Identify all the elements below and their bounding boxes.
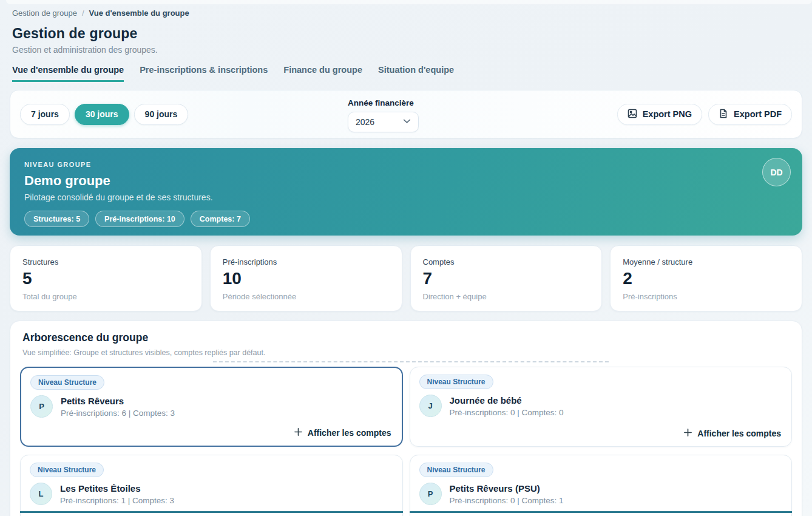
structures-grid: Niveau Structure P Petits Rêveurs Pré-in… <box>20 367 792 516</box>
tree-title: Arborescence du groupe <box>20 331 792 344</box>
stat-sublabel: Pré-inscriptions <box>623 292 790 301</box>
stats-grid: Structures 5 Total du groupe Pré-inscrip… <box>10 245 802 311</box>
stat-sublabel: Période sélectionnée <box>223 292 390 301</box>
cut-edge-accent <box>410 511 793 513</box>
document-icon <box>719 109 728 120</box>
structure-row: L Les Petites Étoiles Pré-inscriptions: … <box>30 483 393 505</box>
export-pdf-button[interactable]: Export PDF <box>708 104 792 125</box>
structure-name: Journée de bébé <box>450 395 564 406</box>
stat-value: 10 <box>223 270 390 288</box>
structure-stats: Pré-inscriptions: 6 | Comptes: 3 <box>61 409 175 418</box>
level-badge: Niveau Structure <box>30 463 104 477</box>
tab-bar: Vue d'ensemble du groupe Pre-inscription… <box>10 65 802 82</box>
structures-count-badge: Structures: 5 <box>24 211 89 227</box>
show-accounts-button[interactable]: Afficher les comptes <box>294 428 391 438</box>
structure-row: P Petits Rêveurs Pré-inscriptions: 6 | C… <box>30 395 393 418</box>
chevron-down-icon <box>403 117 411 127</box>
group-banner: NIVEAU GROUPE Demo groupe Pilotage conso… <box>10 148 802 236</box>
group-description: Pilotage consolidé du groupe et de ses s… <box>24 192 788 202</box>
stat-card-moyenne: Moyenne / structure 2 Pré-inscriptions <box>610 245 802 311</box>
export-png-label: Export PNG <box>643 109 692 119</box>
stat-label: Moyenne / structure <box>623 257 790 266</box>
preinscriptions-count-badge: Pré-inscriptions: 10 <box>95 211 184 227</box>
breadcrumb-current: Vue d'ensemble du groupe <box>89 8 189 18</box>
structure-card-petits-reveurs-psu[interactable]: Niveau Structure P Petits Rêveurs (PSU) … <box>410 455 793 516</box>
fiscal-year-label: Année financière <box>348 98 419 107</box>
structure-name: Petits Rêveurs <box>61 396 175 406</box>
stat-label: Pré-inscriptions <box>223 257 390 266</box>
avatar: L <box>30 483 52 505</box>
structure-row: J Journée de bébé Pré-inscriptions: 0 | … <box>419 395 783 417</box>
stat-label: Comptes <box>423 257 590 266</box>
export-group: Export PNG Export PDF <box>617 104 792 125</box>
avatar: J <box>419 395 442 417</box>
show-accounts-button[interactable]: Afficher les comptes <box>684 429 781 438</box>
structure-name: Les Petites Étoiles <box>60 483 174 494</box>
level-badge: Niveau Structure <box>419 375 493 389</box>
tab-vue-ensemble[interactable]: Vue d'ensemble du groupe <box>12 65 124 82</box>
stat-value: 5 <box>22 270 189 288</box>
filter-bar: 7 jours 30 jours 90 jours Année financiè… <box>10 90 802 138</box>
range-90-days-button[interactable]: 90 jours <box>134 104 189 125</box>
level-badge: Niveau Structure <box>30 375 104 390</box>
group-tree-section: Arborescence du groupe Vue simplifiée: G… <box>10 321 802 516</box>
show-accounts-label: Afficher les comptes <box>697 429 781 438</box>
structure-card-les-petites-etoiles[interactable]: Niveau Structure L Les Petites Étoiles P… <box>20 455 403 516</box>
structure-name: Petits Rêveurs (PSU) <box>450 483 564 494</box>
export-pdf-label: Export PDF <box>734 109 782 119</box>
avatar: P <box>30 395 53 418</box>
group-name: Demo groupe <box>24 173 788 189</box>
breadcrumb-separator: / <box>82 8 84 18</box>
stat-label: Structures <box>22 257 189 266</box>
avatar: DD <box>762 158 791 186</box>
page-title: Gestion de groupe <box>10 25 802 42</box>
structure-card-petits-reveurs[interactable]: Niveau Structure P Petits Rêveurs Pré-in… <box>20 367 403 447</box>
export-png-button[interactable]: Export PNG <box>617 104 702 125</box>
avatar: P <box>419 483 442 505</box>
fiscal-year-group: Année financière 2026 <box>348 98 419 132</box>
stat-value: 2 <box>623 270 790 288</box>
tab-situation-equipe[interactable]: Situation d'equipe <box>378 65 454 82</box>
breadcrumb-parent[interactable]: Gestion de groupe <box>12 8 77 18</box>
stat-card-comptes: Comptes 7 Direction + équipe <box>410 245 603 311</box>
stat-sublabel: Total du groupe <box>22 292 189 301</box>
group-badges: Structures: 5 Pré-inscriptions: 10 Compt… <box>24 211 788 227</box>
tree-connector-line <box>213 361 609 362</box>
show-accounts-label: Afficher les comptes <box>308 428 391 438</box>
structure-stats: Pré-inscriptions: 1 | Comptes: 3 <box>60 496 174 505</box>
level-badge: Niveau Structure <box>419 463 493 477</box>
comptes-count-badge: Comptes: 7 <box>191 211 250 227</box>
fiscal-year-value: 2026 <box>356 117 374 127</box>
range-30-days-button[interactable]: 30 jours <box>75 104 129 125</box>
stat-sublabel: Direction + équipe <box>423 292 590 301</box>
group-level-label: NIVEAU GROUPE <box>24 161 788 168</box>
stat-card-preinscriptions: Pré-inscriptions 10 Période sélectionnée <box>210 245 402 311</box>
range-7-days-button[interactable]: 7 jours <box>20 104 70 125</box>
cut-edge-accent <box>20 511 403 513</box>
stat-card-structures: Structures 5 Total du groupe <box>10 245 202 311</box>
structure-card-journee-de-bebe[interactable]: Niveau Structure J Journée de bébé Pré-i… <box>410 367 793 447</box>
tab-pre-inscriptions[interactable]: Pre-inscriptions & inscriptions <box>140 65 268 82</box>
tree-subtitle: Vue simplifiée: Groupe et structures vis… <box>20 348 792 357</box>
structure-row: P Petits Rêveurs (PSU) Pré-inscriptions:… <box>419 483 783 505</box>
image-icon <box>628 109 637 120</box>
structure-stats: Pré-inscriptions: 0 | Comptes: 0 <box>450 408 564 417</box>
plus-icon <box>684 429 692 438</box>
plus-icon <box>294 428 302 438</box>
tab-finance[interactable]: Finance du groupe <box>283 65 362 82</box>
stat-value: 7 <box>423 270 590 288</box>
structure-stats: Pré-inscriptions: 0 | Comptes: 1 <box>450 496 564 505</box>
group-management-page: Gestion de groupe / Vue d'ensemble du gr… <box>0 0 812 516</box>
date-range-group: 7 jours 30 jours 90 jours <box>20 104 188 125</box>
page-subtitle: Gestion et administration des groupes. <box>10 45 802 55</box>
fiscal-year-select[interactable]: 2026 <box>348 112 419 132</box>
breadcrumb: Gestion de groupe / Vue d'ensemble du gr… <box>10 8 802 18</box>
